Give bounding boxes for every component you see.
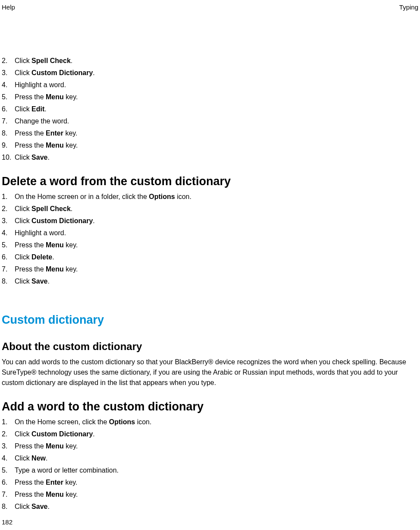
step-number: 8. (2, 276, 15, 287)
step-text: Press the Enter key. (15, 477, 78, 488)
list-item: 5.Press the Menu key. (2, 92, 418, 102)
step-number: 6. (2, 252, 15, 262)
list-item: 3.Click Custom Dictionary. (2, 68, 418, 78)
step-bold: Spell Check (31, 57, 71, 64)
step-bold: Save (31, 503, 47, 510)
step-number: 3. (2, 216, 15, 226)
step-bold: Menu (46, 491, 64, 498)
step-bold: New (31, 454, 46, 462)
step-number: 3. (2, 441, 15, 451)
step-number: 4. (2, 80, 15, 90)
steps-list-1: 2.Click Spell Check.3.Click Custom Dicti… (2, 56, 418, 163)
step-number: 1. (2, 192, 15, 202)
list-item: 4.Highlight a word. (2, 228, 418, 238)
step-number: 10. (2, 152, 15, 163)
step-text: On the Home screen or in a folder, click… (15, 192, 191, 202)
step-text: Press the Menu key. (15, 92, 78, 102)
step-number: 5. (2, 92, 15, 102)
step-bold: Enter (46, 479, 63, 486)
step-text: Highlight a word. (15, 80, 66, 90)
list-item: 9.Press the Menu key. (2, 140, 418, 151)
heading-about-custom-dict: About the custom dictionary (2, 341, 418, 353)
step-bold: Menu (46, 442, 64, 450)
step-number: 4. (2, 453, 15, 464)
step-text: Click Custom Dictionary. (15, 429, 95, 439)
step-bold: Custom Dictionary (31, 69, 93, 76)
step-number: 2. (2, 56, 15, 66)
step-text: Press the Enter key. (15, 128, 78, 139)
header-left: Help (2, 3, 15, 11)
step-number: 6. (2, 477, 15, 488)
step-bold: Options (109, 418, 135, 426)
list-item: 7.Press the Menu key. (2, 264, 418, 274)
heading-add-word: Add a word to the custom dictionary (2, 400, 418, 413)
step-number: 9. (2, 140, 15, 151)
steps-list-2: 1.On the Home screen or in a folder, cli… (2, 192, 418, 287)
step-text: Press the Menu key. (15, 441, 78, 451)
list-item: 6.Press the Enter key. (2, 477, 418, 488)
step-bold: Menu (46, 93, 64, 101)
step-text: Click Save. (15, 152, 50, 163)
step-text: Type a word or letter combination. (15, 465, 119, 476)
step-number: 5. (2, 465, 15, 476)
step-number: 3. (2, 68, 15, 78)
step-text: Click Custom Dictionary. (15, 216, 95, 226)
heading-delete-word: Delete a word from the custom dictionary (2, 175, 418, 188)
step-text: Highlight a word. (15, 228, 66, 238)
step-text: Click Save. (15, 502, 50, 512)
step-text: Click Delete. (15, 252, 54, 262)
step-number: 1. (2, 417, 15, 427)
step-text: Press the Menu key. (15, 489, 78, 500)
step-text: Click New. (15, 453, 47, 464)
step-text: Click Custom Dictionary. (15, 68, 95, 78)
list-item: 8.Click Save. (2, 276, 418, 287)
heading-custom-dictionary: Custom dictionary (2, 313, 418, 327)
step-text: Press the Menu key. (15, 264, 78, 274)
step-number: 8. (2, 128, 15, 139)
step-number: 4. (2, 228, 15, 238)
list-item: 6.Click Edit. (2, 104, 418, 114)
step-number: 2. (2, 204, 15, 214)
step-text: On the Home screen, click the Options ic… (15, 417, 151, 427)
list-item: 1.On the Home screen or in a folder, cli… (2, 192, 418, 202)
step-text: Change the word. (15, 116, 69, 126)
header-right: Typing (399, 3, 418, 11)
about-custom-dict-body: You can add words to the custom dictiona… (2, 357, 418, 388)
list-item: 6.Click Delete. (2, 252, 418, 262)
step-bold: Custom Dictionary (31, 217, 93, 224)
step-text: Click Save. (15, 276, 50, 287)
step-bold: Spell Check (31, 205, 71, 212)
list-item: 10.Click Save. (2, 152, 418, 163)
list-item: 3.Click Custom Dictionary. (2, 216, 418, 226)
list-item: 7.Change the word. (2, 116, 418, 126)
step-text: Click Edit. (15, 104, 47, 114)
step-text: Press the Menu key. (15, 240, 78, 250)
step-bold: Options (149, 193, 175, 200)
list-item: 4.Click New. (2, 453, 418, 464)
step-number: 7. (2, 116, 15, 126)
step-bold: Menu (46, 265, 64, 273)
step-text: Press the Menu key. (15, 140, 78, 151)
list-item: 5.Type a word or letter combination. (2, 465, 418, 476)
step-text: Click Spell Check. (15, 204, 72, 214)
step-number: 7. (2, 264, 15, 274)
step-bold: Delete (31, 253, 52, 261)
list-item: 2.Click Spell Check. (2, 56, 418, 66)
list-item: 7.Press the Menu key. (2, 489, 418, 500)
list-item: 1.On the Home screen, click the Options … (2, 417, 418, 427)
step-number: 8. (2, 502, 15, 512)
step-bold: Save (31, 278, 47, 285)
step-number: 5. (2, 240, 15, 250)
step-number: 2. (2, 429, 15, 439)
step-bold: Menu (46, 142, 64, 149)
list-item: 5.Press the Menu key. (2, 240, 418, 250)
step-text: Click Spell Check. (15, 56, 72, 66)
step-bold: Enter (46, 129, 63, 137)
list-item: 4.Highlight a word. (2, 80, 418, 90)
list-item: 2.Click Spell Check. (2, 204, 418, 214)
step-bold: Menu (46, 241, 64, 249)
list-item: 2.Click Custom Dictionary. (2, 429, 418, 439)
step-number: 7. (2, 489, 15, 500)
steps-list-3: 1.On the Home screen, click the Options … (2, 417, 418, 512)
step-bold: Custom Dictionary (31, 430, 93, 438)
